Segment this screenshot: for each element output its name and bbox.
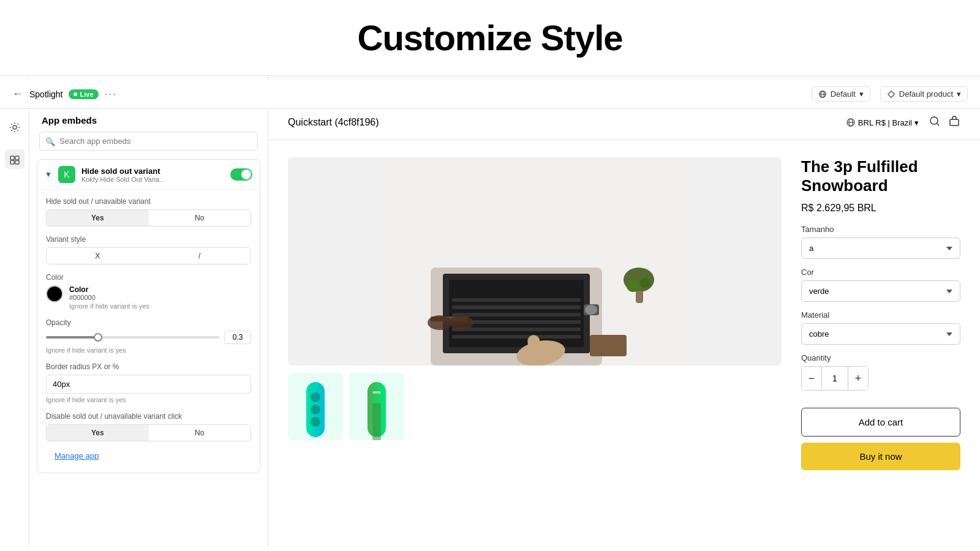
collapse-arrow[interactable]: ▼ (45, 170, 52, 179)
svg-point-33 (627, 280, 639, 292)
hide-yes-option[interactable]: Yes (47, 210, 149, 226)
shop-title: Quickstart (4cf8f196) (288, 117, 379, 128)
thumbnail-2[interactable] (349, 373, 404, 440)
cor-select[interactable]: verde (801, 280, 960, 302)
svg-rect-38 (590, 335, 627, 356)
embed-app-icon: K (58, 166, 75, 183)
snowboard-thumbnail-2 (355, 379, 398, 440)
thumbnail-1[interactable] (288, 373, 343, 440)
live-badge: Live (69, 89, 98, 99)
color-swatch[interactable] (46, 285, 63, 302)
diamond-icon (887, 90, 895, 99)
opacity-value-input[interactable] (224, 331, 251, 344)
search-bar: 🔍 (39, 132, 258, 151)
svg-rect-8 (15, 156, 19, 160)
app-embeds-panel: App embeds 🔍 ▼ K Hide sold out variant K… (29, 76, 268, 547)
product-info: The 3p Fulfilled Snowboard R$ 2.629,95 B… (801, 157, 960, 470)
shop-icons (929, 115, 960, 130)
preview-area: Quickstart (4cf8f196) BRL R$ | Brazil ▾ (268, 76, 980, 547)
svg-rect-16 (950, 119, 959, 126)
svg-rect-45 (372, 403, 381, 440)
border-radius-input[interactable] (46, 375, 251, 394)
chevron-down-icon-2: ▾ (957, 89, 961, 99)
embed-item: ▼ K Hide sold out variant Kokfy Hide Sol… (37, 159, 260, 473)
opacity-slider-fill (46, 336, 98, 339)
shop-search-icon[interactable] (929, 115, 941, 130)
svg-point-31 (449, 315, 473, 330)
quantity-value: 1 (821, 367, 848, 390)
border-radius-label: Border radius PX or % (46, 362, 251, 371)
svg-rect-26 (452, 335, 581, 339)
shop-header: Quickstart (4cf8f196) BRL R$ | Brazil ▾ (268, 105, 980, 140)
nav-icon-embed[interactable] (5, 149, 24, 169)
shop-cart-icon[interactable] (948, 115, 960, 130)
color-label: Color (46, 273, 251, 282)
back-icon[interactable]: ← (12, 88, 23, 100)
live-dot (74, 92, 77, 96)
tamanho-select[interactable]: a (801, 238, 960, 259)
opacity-slider-thumb[interactable] (94, 333, 102, 342)
hide-no-option[interactable]: No (149, 210, 251, 226)
color-name: Color (69, 285, 149, 294)
svg-rect-9 (10, 160, 14, 164)
default-product-dropdown[interactable]: Default product ▾ (880, 86, 968, 102)
search-input[interactable] (39, 132, 258, 151)
product-images (288, 157, 782, 470)
add-to-cart-button[interactable]: Add to cart (801, 408, 960, 437)
embed-sub: Kokfy Hide Sold Out Varia... (81, 176, 179, 183)
quantity-label: Quantity (801, 353, 960, 362)
product-layout: The 3p Fulfilled Snowboard R$ 2.629,95 B… (268, 140, 980, 487)
svg-rect-10 (15, 160, 19, 164)
disable-click-field: Disable sold out / unavailable variant c… (46, 412, 251, 441)
quantity-decrease-button[interactable]: − (802, 367, 821, 390)
svg-rect-7 (10, 156, 14, 160)
default-dropdown[interactable]: Default ▾ (812, 86, 870, 102)
color-field: Color Color #000000 Ignore if hide varia… (46, 273, 251, 310)
currency-selector[interactable]: BRL R$ | Brazil ▾ (846, 118, 919, 127)
material-select[interactable]: cobre (801, 323, 960, 345)
variant-slash-option[interactable]: / (149, 248, 251, 264)
opacity-slider-track[interactable] (46, 336, 219, 339)
svg-rect-25 (452, 328, 581, 331)
manage-app-link[interactable]: Manage app (46, 446, 251, 465)
search-icon: 🔍 (45, 137, 55, 146)
quantity-increase-button[interactable]: + (848, 367, 868, 390)
disable-no-option[interactable]: No (149, 425, 251, 441)
nav-icon-settings[interactable] (5, 118, 24, 137)
svg-line-15 (937, 124, 940, 126)
variant-style-field: Variant style X / (46, 235, 251, 264)
shop-header-right: BRL R$ | Brazil ▾ (846, 115, 960, 130)
cor-label: Cor (801, 268, 960, 277)
top-bar-left: ← Spotlight Live ··· (12, 88, 118, 100)
product-name: The 3p Fulfilled Snowboard (801, 157, 960, 195)
border-radius-field: Border radius PX or % Ignore if hide var… (46, 362, 251, 403)
svg-point-34 (640, 278, 650, 288)
svg-point-42 (311, 417, 320, 427)
spotlight-label: Spotlight (29, 89, 62, 99)
svg-rect-21 (452, 298, 581, 302)
embed-header: ▼ K Hide sold out variant Kokfy Hide Sol… (37, 160, 260, 189)
svg-point-6 (13, 126, 17, 129)
svg-rect-44 (372, 391, 381, 394)
disable-yes-option[interactable]: Yes (47, 425, 149, 441)
disable-label: Disable sold out / unavailable variant c… (46, 412, 251, 421)
panel-title: App embeds (29, 105, 268, 132)
embed-info: Hide sold out variant Kokfy Hide Sold Ou… (81, 167, 224, 183)
buy-now-button[interactable]: Buy it now (801, 443, 960, 470)
more-options-button[interactable]: ··· (105, 88, 118, 100)
left-nav (0, 76, 29, 547)
variant-style-label: Variant style (46, 235, 251, 244)
opacity-slider (46, 331, 251, 344)
svg-point-40 (311, 392, 320, 402)
embed-toggle[interactable] (230, 168, 252, 181)
variant-x-option[interactable]: X (47, 248, 149, 264)
color-row: Color #000000 Ignore if hide variant is … (46, 285, 251, 310)
color-hex: #000000 (69, 294, 149, 301)
opacity-note: Ignore if hide variant is yes (46, 347, 251, 354)
product-main-image (288, 157, 782, 365)
top-bar: ← Spotlight Live ··· Default ▾ Default p… (0, 80, 980, 109)
page-title: Customize Style (0, 0, 980, 75)
opacity-label: Opacity (46, 318, 251, 327)
top-bar-right: Default ▾ Default product ▾ (812, 86, 968, 102)
svg-point-30 (428, 315, 452, 330)
